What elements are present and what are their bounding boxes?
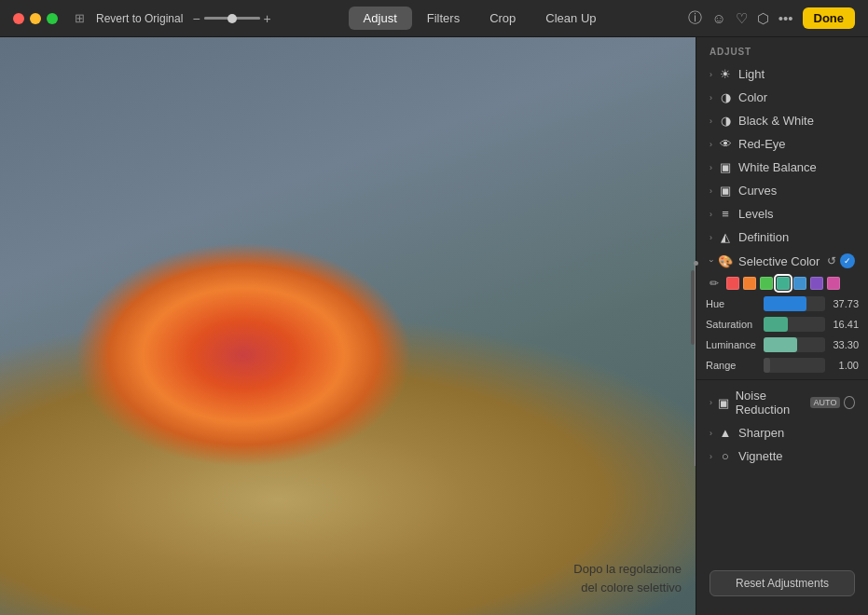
caption-dot [694,261,698,266]
color-swatches: ✏ [696,273,868,294]
traffic-lights [0,13,71,24]
revert-button[interactable]: Revert to Original [96,12,183,25]
saturation-slider[interactable] [764,317,825,332]
sharpen-icon: ▲ [718,426,733,440]
luminance-fill [764,337,797,352]
curves-label: Curves [738,184,855,198]
light-label: Light [738,67,855,81]
selective-color-section: › 🎨 Selective Color ↺ ✓ ✏ [696,249,868,376]
sidebar-item-black-white[interactable]: › ◑ Black & White [696,109,868,132]
swatch-orange[interactable] [743,277,756,290]
luminance-slider[interactable] [764,337,825,352]
share-icon[interactable]: ⬡ [757,10,769,27]
titlebar-right: ⓘ ☺ ♡ ⬡ ••• Done [688,7,868,29]
sidebar-item-levels[interactable]: › ≡ Levels [696,202,868,226]
undo-icon[interactable]: ↺ [827,254,836,267]
swatch-teal[interactable] [777,277,790,290]
close-button[interactable] [13,13,24,24]
chevron-right-icon: › [710,429,712,438]
sidebar-item-sharpen[interactable]: › ▲ Sharpen [696,421,868,444]
swatch-blue[interactable] [793,277,806,290]
adjust-section-label: ADJUST [696,37,868,62]
reset-area: Reset Adjustments [696,561,868,606]
zoom-out-icon[interactable]: − [192,11,200,26]
photo-area [0,37,696,615]
tab-adjust[interactable]: Adjust [349,7,412,30]
bw-icon: ◑ [718,114,733,128]
heart-icon[interactable]: ♡ [736,10,748,27]
bw-label: Black & White [738,114,855,128]
sidebar-item-vignette[interactable]: › ○ Vignette [696,444,868,468]
swatch-green[interactable] [760,277,773,290]
zoom-slider-thumb [227,14,237,23]
saturation-value: 16.41 [829,319,859,330]
selective-color-header[interactable]: › 🎨 Selective Color ↺ ✓ [696,249,868,273]
noise-circle-icon [844,396,855,409]
range-row: Range 1.00 [696,355,868,376]
smiley-icon[interactable]: ☺ [711,10,725,26]
tab-crop[interactable]: Crop [475,7,530,30]
sidebar-item-definition[interactable]: › ◭ Definition [696,226,868,249]
sidebar: ADJUST › ☀ Light › ◑ Color › ◑ Black & W… [696,37,868,615]
light-icon: ☀ [718,67,733,81]
minimize-button[interactable] [30,13,41,24]
sidebar-item-light[interactable]: › ☀ Light [696,62,868,86]
eyedropper-icon[interactable]: ✏ [710,277,719,290]
chevron-right-icon: › [710,233,712,242]
nav-tabs: Adjust Filters Crop Clean Up [290,7,670,30]
hue-value: 37.73 [829,298,859,309]
chevron-right-icon: › [710,140,712,149]
caption-text-line1: Dopo la regolazione [573,560,682,579]
maximize-button[interactable] [47,13,58,24]
selective-color-label: Selective Color [738,254,820,268]
range-fill [764,358,770,373]
swatch-red[interactable] [726,277,739,290]
tab-cleanup[interactable]: Clean Up [530,7,611,30]
wb-icon: ▣ [718,160,733,174]
sidebar-item-color[interactable]: › ◑ Color [696,86,868,109]
caption-line [695,261,696,466]
caption-text-line2: del colore selettivo [573,579,682,597]
chevron-right-icon: › [710,116,712,126]
levels-icon: ≡ [718,207,733,221]
section-divider [696,379,868,380]
definition-icon: ◭ [718,230,733,244]
sidebar-item-curves[interactable]: › ▣ Curves [696,179,868,202]
chevron-right-icon: › [710,70,712,79]
range-value: 1.00 [829,360,859,371]
swatch-purple[interactable] [810,277,823,290]
more-icon[interactable]: ••• [778,10,793,26]
titlebar: ⊞ Revert to Original − + Adjust Filters … [0,0,868,37]
vignette-label: Vignette [738,449,855,463]
range-slider[interactable] [764,358,825,373]
levels-label: Levels [738,207,855,221]
chevron-right-icon: › [710,93,712,102]
sidebar-item-red-eye[interactable]: › 👁 Red-Eye [696,132,868,156]
reset-adjustments-button[interactable]: Reset Adjustments [710,570,855,596]
info-icon[interactable]: ⓘ [688,9,702,27]
hue-slider[interactable] [764,296,825,311]
tab-filters[interactable]: Filters [412,7,475,30]
sidebar-item-noise-reduction[interactable]: › ▣ Noise Reduction AUTO [696,384,868,421]
window-icon: ⊞ [75,11,85,25]
active-indicator: ✓ [840,253,855,268]
chevron-right-icon: › [710,163,712,172]
zoom-in-icon[interactable]: + [264,11,271,26]
chevron-right-icon: › [710,398,712,407]
zoom-slider[interactable] [204,17,260,20]
noise-reduction-label: Noise Reduction [736,389,806,417]
done-button[interactable]: Done [803,7,856,29]
noise-icon: ▣ [718,396,730,410]
redeye-label: Red-Eye [738,137,855,151]
selective-color-actions: ↺ ✓ [827,253,855,268]
auto-badge: AUTO [810,397,841,408]
redeye-icon: 👁 [718,137,733,151]
sharpen-label: Sharpen [738,426,855,440]
saturation-label: Saturation [706,319,760,330]
chevron-right-icon: › [710,210,712,219]
swatch-magenta[interactable] [827,277,840,290]
definition-label: Definition [738,230,855,244]
sidebar-item-white-balance[interactable]: › ▣ White Balance [696,156,868,179]
selective-color-icon: 🎨 [718,254,733,268]
color-label: Color [738,90,855,104]
